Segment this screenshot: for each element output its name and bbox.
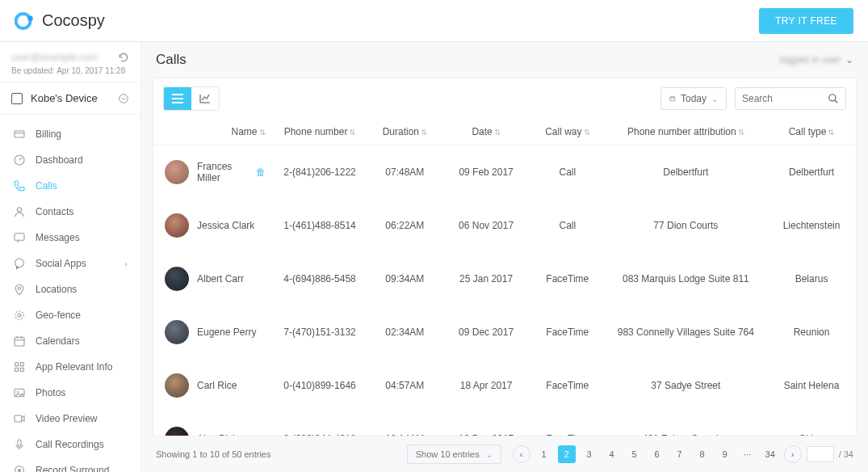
sidebar-item-dashboard[interactable]: Dashboard [0, 147, 140, 173]
sidebar: user@example.com Be updated: Apr 10, 201… [0, 42, 141, 472]
search-input[interactable] [742, 88, 828, 109]
chevron-down-icon: ⌄ [845, 54, 853, 65]
sidebar-item-video-preview[interactable]: Video Preview [0, 406, 140, 432]
page-button[interactable]: 3 [581, 445, 598, 463]
refresh-icon[interactable] [118, 52, 129, 63]
column-header-name[interactable]: Name⇅ [153, 119, 272, 145]
table-row[interactable]: Carl Rice0-(410)899-164604:57AM18 Apr 20… [153, 359, 856, 412]
attribution-cell: Delbertfurt [605, 145, 767, 200]
page-button[interactable]: 9 [716, 445, 734, 463]
column-header-call-type[interactable]: Call type⇅ [767, 119, 856, 145]
date-picker[interactable]: Today ⌄ [660, 87, 727, 110]
updated-time: Be updated: Apr 10, 2017 11:28 [11, 66, 129, 75]
logo[interactable]: Cocospy [15, 11, 105, 32]
sidebar-item-call-recordings[interactable]: Call Recordings [0, 432, 140, 457]
sidebar-item-social-apps[interactable]: Social Apps› [0, 251, 140, 276]
date-cell: 06 Nov 2017 [442, 199, 530, 252]
sidebar-item-calls[interactable]: Calls [0, 173, 140, 199]
pin-icon [13, 283, 26, 296]
attribution-cell: 461 Fahey Crossing [605, 412, 767, 436]
sidebar-item-messages[interactable]: Messages [0, 225, 140, 251]
svg-rect-15 [20, 368, 23, 371]
search-icon[interactable] [828, 93, 839, 104]
svg-rect-13 [20, 363, 23, 366]
page-button[interactable]: ··· [739, 445, 757, 463]
page-button[interactable]: 34 [761, 445, 779, 463]
page-button[interactable]: 1 [535, 445, 553, 463]
svg-rect-14 [15, 368, 19, 371]
sidebar-item-locations[interactable]: Locations [0, 276, 140, 302]
account-email: user@example.com [11, 52, 98, 63]
table-row[interactable]: Eugene Perry7-(470)151-313202:34AM09 Dec… [153, 306, 856, 359]
svg-point-7 [15, 259, 24, 268]
sidebar-item-photos[interactable]: Photos [0, 380, 140, 406]
page-button[interactable]: 6 [648, 445, 666, 463]
calltype-cell: Delbertfurt [767, 145, 856, 200]
table-row[interactable]: Albert Carr4-(694)886-545809:34AM25 Jan … [153, 252, 856, 306]
calls-card: Today ⌄ Name⇅Phone number⇅Duration⇅Date⇅… [153, 78, 857, 436]
page-button[interactable]: 7 [671, 445, 689, 463]
sidebar-item-calendars[interactable]: Calendars [0, 328, 140, 354]
try-it-free-button[interactable]: TRY IT FREE [759, 8, 853, 34]
page-input[interactable] [807, 446, 834, 462]
svg-rect-18 [15, 415, 22, 422]
calltype-cell: Saint Helena [767, 359, 856, 412]
column-header-phone-number-attribution[interactable]: Phone number attribution⇅ [605, 119, 767, 145]
page-button[interactable]: 5 [626, 445, 644, 463]
table-row[interactable]: Jessica Clark1-(461)488-851406:22AM06 No… [153, 199, 856, 252]
svg-point-1 [27, 15, 33, 21]
avatar [165, 160, 189, 184]
sidebar-item-label: Call Recordings [36, 439, 104, 450]
svg-point-17 [17, 391, 19, 393]
table-row[interactable]: Frances Miller🗑2-(841)206-122207:48AM09 … [153, 145, 856, 200]
column-header-call-way[interactable]: Call way⇅ [530, 119, 605, 145]
view-toggle [163, 86, 220, 111]
callway-cell: Call [530, 145, 605, 200]
video-icon [13, 412, 26, 425]
sidebar-item-geo-fence[interactable]: Geo-fence [0, 302, 140, 328]
calendar-icon [13, 335, 26, 348]
list-view-button[interactable] [164, 87, 191, 110]
device-icon [11, 93, 23, 104]
prev-page-button[interactable]: ‹ [513, 445, 530, 463]
phone-cell: 2-(686)944-4618 [272, 412, 368, 436]
page-size-selector[interactable]: Show 10 entries ⌄ [407, 445, 501, 464]
callway-cell: FaceTime [530, 412, 605, 436]
svg-rect-12 [15, 363, 19, 366]
attribution-cell: 37 Sadye Street [605, 359, 767, 412]
chevron-right-icon: › [124, 259, 128, 268]
sidebar-item-label: Photos [36, 387, 65, 398]
column-header-date[interactable]: Date⇅ [442, 119, 530, 145]
sidebar-item-billing[interactable]: Billing [0, 121, 140, 147]
user-icon [13, 205, 26, 218]
page-button[interactable]: 8 [694, 445, 711, 463]
chevron-down-icon [118, 93, 129, 104]
table-row[interactable]: Alan Bishop2-(686)944-461812:14AM13 Dec … [153, 412, 856, 436]
sidebar-item-label: Video Preview [36, 413, 98, 424]
sidebar-item-record-surround[interactable]: Record Surround [0, 457, 140, 472]
page-button[interactable]: 4 [603, 445, 621, 463]
next-page-button[interactable]: › [784, 445, 802, 463]
grid-icon [13, 360, 26, 373]
column-header-duration[interactable]: Duration⇅ [368, 119, 442, 145]
account-block: user@example.com Be updated: Apr 10, 201… [0, 42, 140, 82]
avatar [165, 267, 189, 291]
mic-icon [13, 438, 26, 451]
page-button[interactable]: 2 [558, 445, 576, 463]
duration-cell: 07:48AM [368, 145, 442, 200]
user-dropdown[interactable]: logged in user ⌄ [780, 54, 853, 65]
svg-point-2 [120, 94, 128, 103]
date-cell: 25 Jan 2017 [442, 252, 530, 306]
sidebar-item-app-relevant-info[interactable]: App Relevant Info [0, 354, 140, 380]
fence-icon [13, 309, 26, 322]
column-header-phone-number[interactable]: Phone number⇅ [272, 119, 368, 145]
bubble-icon [13, 257, 26, 270]
date-cell: 09 Dec 2017 [442, 306, 530, 359]
chevron-down-icon: ⌄ [486, 450, 493, 459]
delete-icon[interactable]: 🗑 [256, 166, 266, 178]
sidebar-item-contacts[interactable]: Contacts [0, 199, 140, 225]
device-selector[interactable]: Kobe's Device [0, 82, 140, 115]
chart-view-button[interactable] [191, 87, 219, 110]
date-cell: 09 Feb 2017 [442, 145, 530, 200]
date-cell: 18 Apr 2017 [442, 359, 530, 412]
